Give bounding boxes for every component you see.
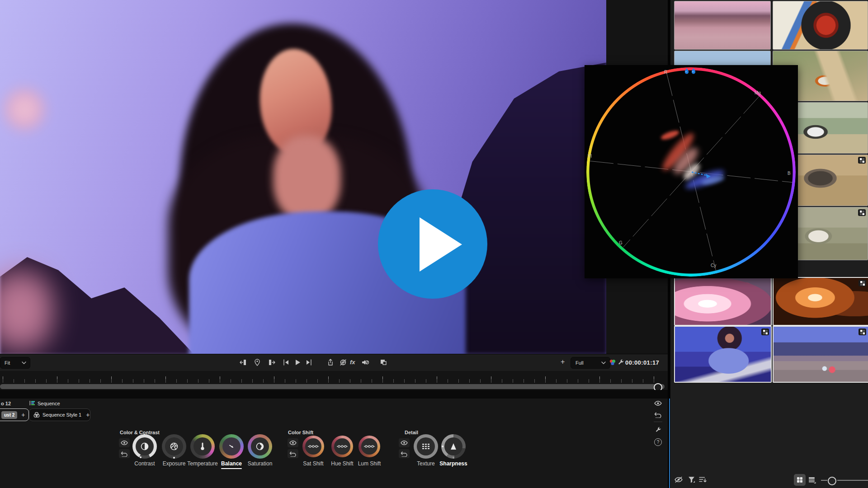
- lum-shift-knob[interactable]: [359, 436, 380, 457]
- clip-thumbnail-race-car-wheel[interactable]: [773, 1, 868, 50]
- panel-focus-indicator: [669, 399, 670, 488]
- lum-shift-label[interactable]: Lum Shift: [358, 460, 381, 467]
- sharpness-knob[interactable]: [441, 434, 466, 459]
- subject-neck: [273, 136, 341, 221]
- rgb-curves-icon[interactable]: [609, 358, 617, 366]
- sort-icon[interactable]: [699, 476, 707, 483]
- exposure-label[interactable]: Exposure: [163, 460, 186, 467]
- adjust-preset-chip[interactable]: ust 2: [1, 411, 17, 419]
- texture-icon: [421, 443, 430, 450]
- mark-in-icon[interactable]: [239, 358, 247, 366]
- panel-wrench-icon[interactable]: [654, 426, 662, 434]
- zoom-slider-left-track[interactable]: [821, 480, 827, 481]
- detail-visibility-button[interactable]: [399, 438, 410, 447]
- section-title-color-shift: Color Shift: [288, 430, 313, 435]
- timeline-ruler[interactable]: [0, 371, 665, 384]
- bokeh-highlight-top: [4, 87, 45, 132]
- reset-icon: [289, 451, 297, 457]
- hue-shift-label[interactable]: Hue Shift: [331, 460, 353, 467]
- texture-label[interactable]: Texture: [417, 460, 434, 467]
- saturation-knob[interactable]: [248, 434, 272, 459]
- clip-badge-icon: [858, 209, 866, 216]
- clip-badge-icon: [859, 328, 866, 335]
- clip-tab[interactable]: o 12: [1, 401, 11, 406]
- export-icon[interactable]: [326, 358, 335, 366]
- compare-view-icon[interactable]: [379, 358, 387, 366]
- hide-clips-icon[interactable]: [675, 476, 683, 483]
- exposure-knob[interactable]: [162, 434, 186, 459]
- clip-thumbnail-desert-road[interactable]: [674, 1, 771, 50]
- add-style-icon[interactable]: +: [86, 411, 90, 418]
- balance-knob[interactable]: [219, 434, 244, 459]
- adjust-preset-group[interactable]: ust 2 +: [0, 408, 29, 421]
- edit-panel: o 12 Sequence ust 2 + Sequence Style 1 +…: [0, 399, 668, 488]
- saturation-icon: [255, 442, 264, 451]
- temperature-knob[interactable]: [190, 434, 215, 459]
- transmit-off-icon[interactable]: [339, 358, 347, 366]
- detail-reset-button[interactable]: [399, 449, 410, 458]
- tab-sequence[interactable]: Sequence: [38, 401, 60, 406]
- zoom-fit-dropdown[interactable]: Fit: [0, 357, 30, 369]
- play-icon: [378, 189, 488, 299]
- shift-slider-icon: [336, 444, 348, 449]
- clip-thumbnail-valley-camp[interactable]: [773, 326, 868, 383]
- video-viewer[interactable]: [0, 0, 606, 354]
- color-contrast-reset-button[interactable]: [119, 449, 130, 458]
- wrench-icon[interactable]: [617, 358, 625, 366]
- texture-knob[interactable]: [414, 434, 438, 459]
- clip-thumbnail-campfire-warm[interactable]: [773, 277, 868, 326]
- color-shift-reset-button[interactable]: [288, 449, 298, 458]
- sequence-style-group[interactable]: Sequence Style 1 +: [29, 408, 90, 421]
- contrast-label[interactable]: Contrast: [134, 460, 155, 467]
- play-icon[interactable]: [293, 358, 302, 366]
- balance-vectorscope-overlay[interactable]: R Mg B Cy G Yl: [585, 65, 798, 278]
- mark-out-icon[interactable]: [268, 358, 276, 366]
- add-icon[interactable]: +: [561, 358, 565, 366]
- contrast-knob[interactable]: [132, 434, 157, 459]
- color-contrast-visibility-button[interactable]: [119, 438, 130, 447]
- timecode-display: 00:00:01:17: [625, 359, 659, 366]
- filter-icon[interactable]: [688, 476, 695, 483]
- grid-view-button[interactable]: [794, 474, 806, 486]
- reset-icon: [401, 451, 408, 457]
- go-to-out-icon[interactable]: [305, 358, 313, 366]
- marker-icon[interactable]: [253, 358, 261, 366]
- playback-resolution-dropdown[interactable]: Full: [571, 357, 610, 369]
- audio-mute-icon[interactable]: [361, 358, 369, 366]
- eye-icon: [289, 440, 297, 446]
- saturation-label[interactable]: Saturation: [248, 460, 273, 467]
- temperature-icon: [198, 442, 207, 451]
- temperature-label[interactable]: Temperature: [187, 460, 217, 467]
- effects-icon[interactable]: fx: [350, 359, 355, 366]
- add-adjust-icon[interactable]: +: [21, 411, 25, 418]
- panel-reset-icon[interactable]: [654, 412, 662, 418]
- sat-shift-label[interactable]: Sat Shift: [303, 460, 323, 467]
- clip-thumbnail-campfire-bright[interactable]: [674, 277, 772, 326]
- balance-direction-arrow: [585, 65, 798, 278]
- eye-icon: [121, 440, 128, 446]
- play-overlay-button[interactable]: [378, 189, 488, 299]
- zoom-slider-handle[interactable]: [828, 477, 836, 485]
- balance-label[interactable]: Balance: [221, 460, 242, 467]
- sat-shift-knob[interactable]: [302, 436, 324, 457]
- color-shift-visibility-button[interactable]: [288, 438, 298, 447]
- sharpness-label[interactable]: Sharpness: [439, 460, 467, 467]
- balance-arrow-icon: [227, 442, 236, 451]
- shift-slider-icon: [307, 444, 319, 449]
- hue-shift-knob[interactable]: [331, 436, 353, 457]
- shift-slider-icon: [363, 444, 375, 449]
- icon-divider: [654, 422, 662, 422]
- exposure-icon: [170, 442, 179, 451]
- playback-resolution-value: Full: [576, 360, 584, 366]
- list-view-icon[interactable]: [808, 476, 816, 484]
- sequence-icon: [29, 400, 35, 406]
- clip-thumbnail-woman-dusk[interactable]: [674, 326, 772, 383]
- panel-eye-icon[interactable]: [654, 400, 662, 406]
- color-wheels-icon: [33, 412, 40, 418]
- go-to-in-icon[interactable]: [282, 358, 290, 366]
- sequence-style-label: Sequence Style 1: [42, 412, 81, 418]
- grid-view-icon: [797, 477, 803, 483]
- timeline-scrollbar[interactable]: [0, 384, 665, 389]
- help-icon[interactable]: ?: [654, 438, 662, 446]
- zoom-slider-right-track[interactable]: [837, 480, 868, 481]
